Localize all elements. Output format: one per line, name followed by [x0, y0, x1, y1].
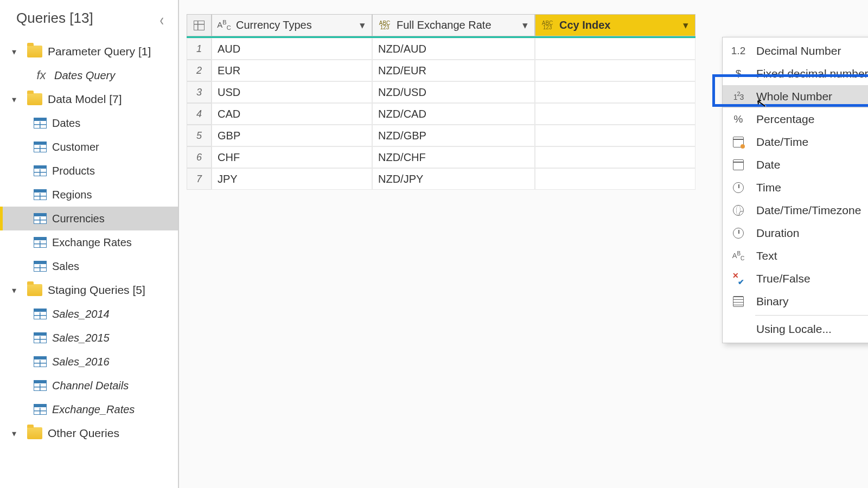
cell-currency-type[interactable]: GBP [212, 125, 372, 146]
tree-item[interactable]: Dates [0, 111, 178, 135]
type-option-true-false[interactable]: True/False [723, 267, 868, 290]
group-label: Staging Queries [5] [48, 284, 145, 297]
tree-item[interactable]: fxDates Query [0, 63, 178, 87]
cell-currency-type[interactable]: CAD [212, 103, 372, 125]
tree-group[interactable]: ▾ Data Model [7] [0, 87, 178, 111]
cell-full-exchange-rate[interactable]: NZD/JPY [372, 168, 535, 190]
type-option-icon [730, 137, 746, 147]
cell-ccy-index[interactable] [535, 60, 695, 81]
cell-full-exchange-rate[interactable]: NZD/AUD [372, 38, 535, 60]
type-option-label: Duration [756, 227, 799, 240]
type-option-date[interactable]: Date [723, 153, 868, 176]
tree-item[interactable]: Regions [0, 183, 178, 207]
type-option-duration[interactable]: Duration [723, 222, 868, 245]
cell-full-exchange-rate[interactable]: NZD/USD [372, 81, 535, 103]
type-option-date-time-timezone[interactable]: Date/Time/Timezone [723, 199, 868, 222]
cell-ccy-index[interactable] [535, 146, 695, 168]
table-row[interactable]: 2 EUR NZD/EUR [187, 60, 695, 81]
table-icon [34, 118, 47, 129]
group-label: Parameter Query [1] [48, 45, 151, 58]
row-number: 1 [187, 38, 212, 60]
type-option-decimal-number[interactable]: 1.2 Decimal Number [723, 40, 868, 62]
type-option-fixed-decimal-number[interactable]: $ Fixed decimal number [723, 62, 868, 85]
type-option-label: Text [756, 249, 777, 262]
type-text-icon[interactable]: ABC [216, 20, 232, 31]
table-icon [34, 356, 47, 367]
cell-full-exchange-rate[interactable]: NZD/GBP [372, 125, 535, 146]
column-header-ccy-index[interactable]: ABC123 Ccy Index ▾ [535, 14, 695, 36]
tree-item[interactable]: Products [0, 159, 178, 183]
table-icon [34, 142, 47, 152]
type-option-label: Date/Time [756, 136, 808, 149]
tree-item[interactable]: Sales_2016 [0, 350, 178, 374]
table-row[interactable]: 1 AUD NZD/AUD [187, 38, 695, 60]
tree-item[interactable]: Exchange Rates [0, 230, 178, 254]
tree-item[interactable]: Customer [0, 135, 178, 159]
cell-full-exchange-rate[interactable]: NZD/EUR [372, 60, 535, 81]
tree-group[interactable]: ▾ Parameter Query [1] [0, 40, 178, 63]
type-option-text[interactable]: ABC Text [723, 245, 868, 267]
type-option-binary[interactable]: Binary [723, 290, 868, 313]
tree-item[interactable]: Currencies [0, 207, 178, 230]
row-number: 5 [187, 125, 212, 146]
type-option-label: Whole Number [756, 90, 832, 103]
cell-ccy-index[interactable] [535, 103, 695, 125]
table-row[interactable]: 5 GBP NZD/GBP [187, 125, 695, 146]
folder-icon [27, 427, 42, 439]
cell-ccy-index[interactable] [535, 125, 695, 146]
menu-separator [755, 315, 868, 316]
tree-item[interactable]: Sales_2014 [0, 302, 178, 326]
cell-full-exchange-rate[interactable]: NZD/CHF [372, 146, 535, 168]
table-icon [34, 332, 47, 343]
tree-group[interactable]: ▾ Other Queries [0, 421, 178, 445]
column-header-row: ABC Currency Types ▾ ABC123 Full Exchang… [187, 14, 695, 38]
column-header-currency-types[interactable]: ABC Currency Types ▾ [212, 14, 372, 36]
type-option-icon [730, 159, 746, 170]
expand-icon: ▾ [12, 428, 22, 439]
type-option-label: Using Locale... [756, 323, 832, 336]
cell-currency-type[interactable]: AUD [212, 38, 372, 60]
cell-currency-type[interactable]: EUR [212, 60, 372, 81]
type-option-label: True/False [756, 272, 810, 285]
table-icon [34, 380, 47, 391]
cell-full-exchange-rate[interactable]: NZD/CAD [372, 103, 535, 125]
tree-item[interactable]: Exchange_Rates [0, 397, 178, 421]
cell-currency-type[interactable]: USD [212, 81, 372, 103]
filter-dropdown-icon[interactable]: ▾ [681, 19, 691, 31]
tree-item[interactable]: Sales [0, 254, 178, 278]
grid-corner-button[interactable] [187, 14, 212, 36]
type-option-date-time[interactable]: Date/Time [723, 131, 868, 153]
cell-currency-type[interactable]: JPY [212, 168, 372, 190]
table-row[interactable]: 6 CHF NZD/CHF [187, 146, 695, 168]
item-label: Exchange Rates [52, 236, 132, 249]
type-option-whole-number[interactable]: 123 Whole Number [723, 85, 868, 108]
cell-currency-type[interactable]: CHF [212, 146, 372, 168]
table-icon [34, 213, 47, 224]
item-label: Customer [52, 141, 99, 153]
type-any-icon[interactable]: ABC123 [377, 21, 392, 30]
type-option-time[interactable]: Time [723, 176, 868, 199]
item-label: Dates Query [54, 69, 115, 82]
grid-corner-icon [194, 21, 205, 30]
sidebar-title: Queries [13] [0, 7, 178, 40]
tree-item[interactable]: Channel Details [0, 374, 178, 397]
cell-ccy-index[interactable] [535, 81, 695, 103]
tree-item[interactable]: Sales_2015 [0, 326, 178, 350]
cell-ccy-index[interactable] [535, 38, 695, 60]
expand-icon: ▾ [12, 47, 22, 57]
collapse-sidebar-icon[interactable]: ‹ [160, 11, 164, 28]
table-row[interactable]: 7 JPY NZD/JPY [187, 168, 695, 190]
filter-dropdown-icon[interactable]: ▾ [520, 19, 530, 31]
filter-dropdown-icon[interactable]: ▾ [358, 19, 367, 31]
tree-group[interactable]: ▾ Staging Queries [5] [0, 278, 178, 302]
type-any-icon[interactable]: ABC123 [540, 21, 555, 30]
column-header-full-exchange-rate[interactable]: ABC123 Full Exchange Rate ▾ [372, 14, 535, 36]
folder-icon [27, 46, 42, 57]
type-option-using-locale[interactable]: Using Locale... [723, 318, 868, 341]
row-number: 2 [187, 60, 212, 81]
cell-ccy-index[interactable] [535, 168, 695, 190]
type-option-percentage[interactable]: % Percentage [723, 108, 868, 131]
table-row[interactable]: 3 USD NZD/USD [187, 81, 695, 103]
table-row[interactable]: 4 CAD NZD/CAD [187, 103, 695, 125]
data-preview-grid: ABC Currency Types ▾ ABC123 Full Exchang… [187, 14, 695, 190]
